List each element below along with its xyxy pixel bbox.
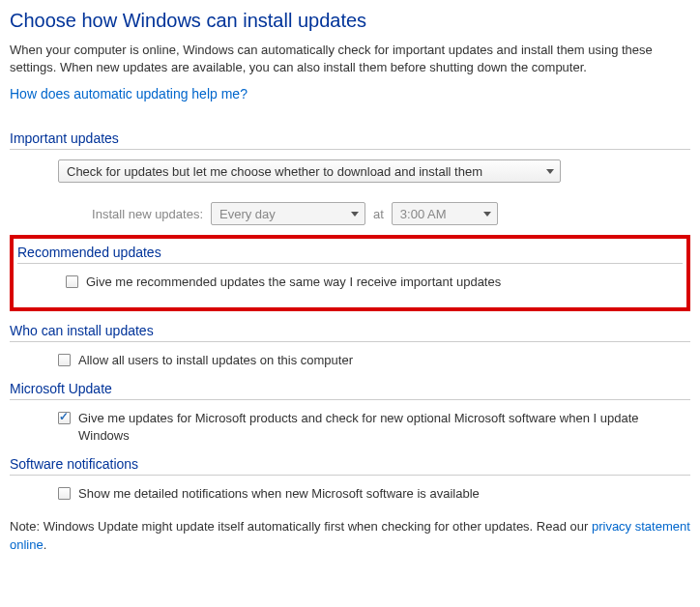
day-value: Every day xyxy=(219,207,276,221)
at-label: at xyxy=(373,207,384,221)
recommended-updates-label: Give me recommended updates the same way… xyxy=(86,274,683,291)
software-notifications-label: Show me detailed notifications when new … xyxy=(78,485,690,503)
recommended-highlight-box: Recommended updates Give me recommended … xyxy=(10,235,690,310)
page-title: Choose how Windows can install updates xyxy=(10,10,690,32)
note-suffix: . xyxy=(44,537,47,552)
time-value: 3:00 AM xyxy=(400,207,447,221)
footer-note: Note: Windows Update might update itself… xyxy=(10,518,690,553)
update-mode-dropdown[interactable]: Check for updates but let me choose whet… xyxy=(58,159,561,183)
software-notifications-checkbox[interactable] xyxy=(58,487,71,500)
schedule-label: Install new updates: xyxy=(58,207,203,221)
time-dropdown[interactable]: 3:00 AM xyxy=(392,202,498,225)
note-prefix: Note: Windows Update might update itself… xyxy=(10,519,592,534)
section-header-ms-update: Microsoft Update xyxy=(10,381,690,400)
section-header-important: Important updates xyxy=(10,130,690,150)
chevron-down-icon xyxy=(483,212,491,217)
update-mode-value: Check for updates but let me choose whet… xyxy=(67,164,482,179)
help-link[interactable]: How does automatic updating help me? xyxy=(10,86,690,101)
section-header-who: Who can install updates xyxy=(10,323,690,342)
page-description: When your computer is online, Windows ca… xyxy=(10,42,690,76)
microsoft-update-label: Give me updates for Microsoft products a… xyxy=(78,410,690,445)
section-header-recommended: Recommended updates xyxy=(17,245,683,264)
chevron-down-icon xyxy=(546,169,554,174)
section-header-notifications: Software notifications xyxy=(10,456,690,476)
chevron-down-icon xyxy=(351,212,359,217)
allow-all-users-label: Allow all users to install updates on th… xyxy=(78,352,690,369)
microsoft-update-checkbox[interactable] xyxy=(58,412,71,424)
allow-all-users-checkbox[interactable] xyxy=(58,354,71,366)
day-dropdown[interactable]: Every day xyxy=(211,202,365,225)
recommended-updates-checkbox[interactable] xyxy=(66,275,78,288)
